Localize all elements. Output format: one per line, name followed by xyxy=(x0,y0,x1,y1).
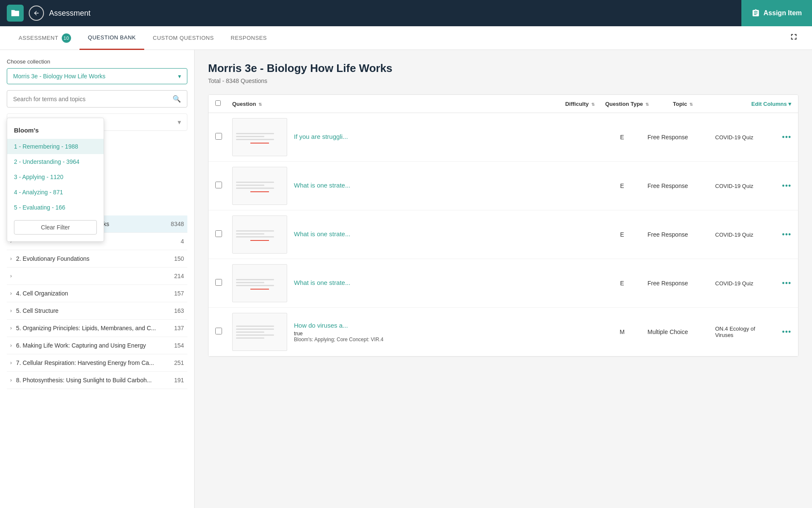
choose-collection-label: Choose collection xyxy=(7,58,187,65)
row-actions-button[interactable]: ••• xyxy=(782,182,791,190)
question-type-value: Free Response xyxy=(647,182,715,189)
col-header-topic: Topic ⇅ xyxy=(673,101,724,107)
question-type-value: Free Response xyxy=(647,134,715,141)
question-text[interactable]: What is one strate... xyxy=(294,182,597,189)
blooms-item-1[interactable]: 1 - Remembering - 1988 xyxy=(7,139,104,154)
tab-bar: ASSESSMENT 10 QUESTION BANK CUSTOM QUEST… xyxy=(0,26,812,50)
sort-icon[interactable]: ⇅ xyxy=(258,102,262,107)
row-checkbox[interactable] xyxy=(215,133,222,140)
difficulty-value: M xyxy=(597,329,647,335)
chapter-item-6[interactable]: › 5. Organizing Principles: Lipids, Memb… xyxy=(7,320,187,337)
chapter-item-9[interactable]: › 8. Photosynthesis: Using Sunlight to B… xyxy=(7,372,187,389)
question-preview xyxy=(232,215,287,254)
chevron-right-icon: › xyxy=(10,360,12,366)
back-button[interactable] xyxy=(29,6,44,21)
content-subtitle: Total - 8348 Questions xyxy=(208,77,798,84)
blooms-item-3[interactable]: 3 - Applying - 1120 xyxy=(7,169,104,185)
chevron-right-icon: › xyxy=(10,290,12,296)
chapter-item-8[interactable]: › 7. Cellular Respiration: Harvesting En… xyxy=(7,354,187,372)
chapter-item-5[interactable]: › 5. Cell Structure 163 xyxy=(7,302,187,320)
row-checkbox[interactable] xyxy=(215,328,222,334)
blooms-item-4[interactable]: 4 - Analyzing - 871 xyxy=(7,185,104,200)
chevron-down-icon: ▾ xyxy=(178,118,181,126)
content-title: Morris 3e - Biology How Life Works xyxy=(208,62,798,75)
topic-value: COVID-19 Quiz xyxy=(715,134,766,141)
questions-table: Question ⇅ Difficulty ⇅ Question Type ⇅ … xyxy=(208,94,798,357)
expand-icon[interactable] xyxy=(789,32,798,44)
row-actions-button[interactable]: ••• xyxy=(782,279,791,287)
blooms-info: Bloom's: Applying; Core Concept: VIR.4 xyxy=(294,337,597,342)
search-input[interactable] xyxy=(13,96,173,102)
question-text[interactable]: If you are struggli... xyxy=(294,133,597,140)
assessment-badge: 10 xyxy=(62,33,71,43)
question-text[interactable]: How do viruses a... xyxy=(294,322,597,329)
table-row: What is one strate... E Free Response CO… xyxy=(208,210,798,259)
chevron-right-icon: › xyxy=(10,377,12,383)
difficulty-value: E xyxy=(597,134,647,141)
tab-assessment[interactable]: ASSESSMENT 10 xyxy=(10,26,80,50)
col-header-qtype: Question Type ⇅ xyxy=(605,101,673,107)
row-actions-button[interactable]: ••• xyxy=(782,328,791,336)
assign-item-button[interactable]: Assign Item xyxy=(741,0,812,26)
question-type-value: Free Response xyxy=(647,280,715,287)
edit-columns-button[interactable]: Edit Columns ▾ xyxy=(724,101,791,107)
search-icon: 🔍 xyxy=(173,95,181,103)
assign-item-label: Assign Item xyxy=(763,9,802,17)
question-preview xyxy=(232,118,287,156)
chapter-item-3[interactable]: › 214 xyxy=(7,268,187,285)
blooms-item-2[interactable]: 2 - Understanding - 3964 xyxy=(7,154,104,169)
tab-responses[interactable]: RESPONSES xyxy=(222,26,275,50)
topic-value: COVID-19 Quiz xyxy=(715,232,766,238)
search-box: 🔍 xyxy=(7,90,187,108)
question-type-value: Multiple Choice xyxy=(647,329,715,335)
question-preview xyxy=(232,313,287,351)
chevron-down-icon: ▾ xyxy=(178,73,181,80)
row-actions-button[interactable]: ••• xyxy=(782,230,791,239)
chapter-item-2[interactable]: › 2. Evolutionary Foundations 150 xyxy=(7,250,187,268)
table-row: What is one strate... E Free Response CO… xyxy=(208,259,798,308)
main-content: Morris 3e - Biology How Life Works Total… xyxy=(195,50,812,508)
chevron-right-icon: › xyxy=(10,273,12,279)
chevron-right-icon: › xyxy=(10,256,12,262)
tab-question-bank[interactable]: QUESTION BANK xyxy=(80,26,144,50)
question-preview xyxy=(232,167,287,205)
question-type-value: Free Response xyxy=(647,231,715,238)
top-nav: Assessment ? Assign Item xyxy=(0,0,812,26)
main-layout: Choose collection Morris 3e - Biology Ho… xyxy=(0,50,812,508)
blooms-item-5[interactable]: 5 - Evaluating - 166 xyxy=(7,200,104,215)
blooms-header: Bloom's xyxy=(7,123,104,139)
chapter-item-7[interactable]: › 6. Making Life Work: Capturing and Usi… xyxy=(7,337,187,354)
row-actions-button[interactable]: ••• xyxy=(782,133,791,141)
question-text[interactable]: What is one strate... xyxy=(294,230,597,237)
chevron-right-icon: › xyxy=(10,308,12,314)
row-checkbox[interactable] xyxy=(215,279,222,286)
clear-filter-button[interactable]: Clear Filter xyxy=(14,220,97,235)
chevron-right-icon: › xyxy=(10,342,12,348)
table-row: What is one strate... E Free Response CO… xyxy=(208,162,798,210)
col-header-difficulty: Difficulty ⇅ xyxy=(554,101,605,107)
chapter-item-4[interactable]: › 4. Cell Organization 157 xyxy=(7,285,187,302)
collection-dropdown[interactable]: Morris 3e - Biology How Life Works ▾ xyxy=(7,68,187,84)
difficulty-value: E xyxy=(597,182,647,189)
blooms-dropdown: Bloom's 1 - Remembering - 1988 2 - Under… xyxy=(7,118,104,242)
topic-value: COVID-19 Quiz xyxy=(715,280,766,287)
chevron-down-icon: ▾ xyxy=(788,101,791,107)
question-preview xyxy=(232,264,287,302)
sort-icon[interactable]: ⇅ xyxy=(591,102,595,107)
col-header-question: Question ⇅ xyxy=(232,101,554,107)
collection-value: Morris 3e - Biology How Life Works xyxy=(13,73,105,80)
topic-value: ON.4 Ecology of Viruses xyxy=(715,326,766,338)
sort-icon[interactable]: ⇅ xyxy=(645,102,649,107)
sort-icon[interactable]: ⇅ xyxy=(689,102,693,107)
chevron-right-icon: › xyxy=(10,325,12,331)
row-checkbox[interactable] xyxy=(215,230,222,237)
select-all-checkbox[interactable] xyxy=(215,100,221,106)
folder-icon xyxy=(7,5,24,22)
page-title: Assessment xyxy=(49,9,783,18)
row-checkbox[interactable] xyxy=(215,182,222,188)
table-row: If you are struggli... E Free Response C… xyxy=(208,113,798,162)
customizable-badge: true xyxy=(294,331,597,337)
question-text[interactable]: What is one strate... xyxy=(294,279,597,286)
tab-custom-questions[interactable]: CUSTOM QUESTIONS xyxy=(144,26,222,50)
difficulty-value: E xyxy=(597,280,647,287)
